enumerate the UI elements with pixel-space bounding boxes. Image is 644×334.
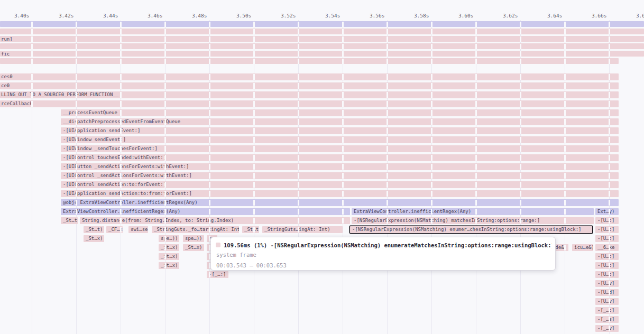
flame-bar[interactable]: -[U…v] <box>595 298 619 305</box>
flame-bar[interactable]: @objc ExtraViewController.inefficientReg… <box>61 199 619 206</box>
flame-bar[interactable]: LLING_OUT_TO_A_SOURCE0_PERFORM_FUNCTION_… <box>0 91 619 98</box>
grid-tick <box>120 137 122 143</box>
grid-tick <box>120 209 122 215</box>
flame-bar-selected[interactable]: -[NSRegularExpression(NSMatching) enumer… <box>350 226 592 233</box>
grid-tick <box>475 36 477 42</box>
flame-bar[interactable]: _St…t) <box>61 217 78 224</box>
grid-tick <box>76 110 77 116</box>
time-tick-label: 3.60s <box>442 13 474 19</box>
grid-tick <box>76 101 77 107</box>
tooltip-color-swatch <box>216 243 220 247</box>
grid-tick <box>164 74 166 80</box>
grid-tick <box>431 22 433 27</box>
flame-bar[interactable]: -[U…:] <box>595 271 619 278</box>
grid-tick <box>298 101 299 107</box>
grid-tick <box>475 74 477 80</box>
flame-bar[interactable]: swi…se <box>128 226 148 233</box>
grid-tick <box>520 191 521 197</box>
grid-tick <box>431 92 433 98</box>
flame-bar[interactable]: -[UIApplication sendAction:to:from:forEv… <box>61 190 619 197</box>
flame-bar[interactable]: ExtraViewController.inefficientRegex(Any… <box>61 208 350 215</box>
flame-bar[interactable]: -[UIControl _sendActionsForEvents:withEv… <box>61 172 619 179</box>
grid-tick <box>164 110 166 116</box>
grid-tick <box>475 51 477 57</box>
grid-tick <box>609 83 610 89</box>
grid-tick <box>120 200 122 206</box>
grid-tick <box>164 245 166 251</box>
flame-bar[interactable]: __dispatchPreprocessedEventFromEventQueu… <box>61 118 619 125</box>
flame-bar[interactable]: -[U…:] <box>595 217 619 224</box>
grid-tick <box>342 200 344 206</box>
flame-bar[interactable]: -[UIWindow _sendTouchesForEvent:] <box>61 145 619 152</box>
flame-bar[interactable]: _St…t) <box>84 226 104 233</box>
grid-tick <box>298 155 299 161</box>
flame-bar[interactable]: fic <box>0 51 644 57</box>
grid-tick <box>298 137 299 143</box>
flame-bar[interactable]: icu…e&) <box>572 244 593 251</box>
flame-bar[interactable]: -[UIApplication sendEvent:] <box>61 127 619 134</box>
grid-tick <box>431 218 433 224</box>
flame-bar[interactable]: _St…t) <box>242 226 259 233</box>
flame-bar[interactable]: _St…x) <box>183 244 204 251</box>
flame-bar[interactable]: _St…x) <box>159 244 179 251</box>
flame-bar[interactable]: -[NSRegularExpression(NSMatching) matche… <box>352 217 594 224</box>
flame-bar[interactable]: -[UIControl touchesEnded:withEvent:] <box>61 154 619 161</box>
grid-tick <box>342 29 344 34</box>
grid-tick <box>253 200 255 206</box>
flame-bar[interactable]: __6…ke <box>595 244 619 251</box>
flame-bar[interactable]: _St…x) <box>159 253 179 260</box>
flame-bar[interactable]: -[U…v] <box>595 280 619 287</box>
flame-bar[interactable]: Ext…y) <box>595 208 619 215</box>
grid-tick <box>342 155 344 161</box>
grid-tick <box>209 92 210 98</box>
grid-tick <box>298 44 299 49</box>
grid-tick <box>564 29 566 34</box>
grid-tick <box>431 155 433 161</box>
grid-tick <box>387 59 388 64</box>
flame-bar[interactable]: -[U…:] <box>595 262 619 269</box>
flame-bar[interactable] <box>0 58 619 64</box>
flame-bar[interactable] <box>0 43 644 49</box>
grid-tick <box>520 173 521 179</box>
flame-bar[interactable]: ces0 <box>0 73 619 80</box>
grid-tick <box>164 44 166 49</box>
grid-tick <box>387 173 388 179</box>
flame-bar[interactable]: _StringGuts…ingAt: Int) <box>262 226 343 233</box>
grid-tick <box>431 83 433 89</box>
grid-tick <box>520 92 521 98</box>
flame-bar[interactable] <box>0 21 644 27</box>
flame-bar[interactable]: -[U…:] <box>595 235 619 242</box>
flame-bar[interactable]: rceCallback <box>0 100 619 107</box>
grid-tick <box>342 44 344 49</box>
grid-tick <box>387 218 388 224</box>
grid-tick <box>298 92 299 98</box>
time-tick-label: 3.66s <box>575 13 607 19</box>
flame-bar[interactable]: _St…x) <box>159 262 179 269</box>
flame-bar[interactable]: run] <box>0 36 644 42</box>
flame-bar[interactable]: ce0 <box>0 82 619 89</box>
flame-bar[interactable]: _St…x) <box>84 235 104 242</box>
flame-bar[interactable]: -[U…:] <box>595 226 619 233</box>
grid-tick <box>253 164 255 170</box>
flame-bar[interactable]: __processEventQueue <box>61 109 619 116</box>
grid-tick <box>164 209 166 215</box>
grid-tick <box>120 164 122 170</box>
time-tick-label: 3.58s <box>398 13 429 19</box>
grid-tick <box>76 155 77 161</box>
flame-bar[interactable]: -[_…:] <box>595 307 619 314</box>
flame-bar[interactable]: -[_…s] <box>595 316 619 323</box>
grid-tick <box>209 51 210 57</box>
tooltip: 109.56ms (1%) -[NSRegularExpression(NSMa… <box>210 237 556 271</box>
flame-bar[interactable] <box>0 29 644 34</box>
flame-bar[interactable]: -[_…v] <box>595 325 619 332</box>
flame-bar[interactable]: spe…)) <box>159 235 179 242</box>
flame-bar[interactable]: -[U…d] <box>595 289 619 296</box>
flame-bar[interactable]: -[UIButton _sendActionsForEvents:withEve… <box>61 163 619 170</box>
time-tick-label: 3.50s <box>220 13 252 19</box>
grid-tick <box>387 155 388 161</box>
flame-bar[interactable]: spe…)) <box>183 235 204 242</box>
flame-bar[interactable]: -[UIWindow sendEvent:] <box>61 136 619 143</box>
flame-bar[interactable]: -[UIControl sendAction:to:forEvent:] <box>61 181 619 188</box>
flame-bar[interactable]: ExtraViewController.inefficientRegex(Any… <box>352 208 594 215</box>
flame-bar[interactable]: -[U…:] <box>595 253 619 260</box>
